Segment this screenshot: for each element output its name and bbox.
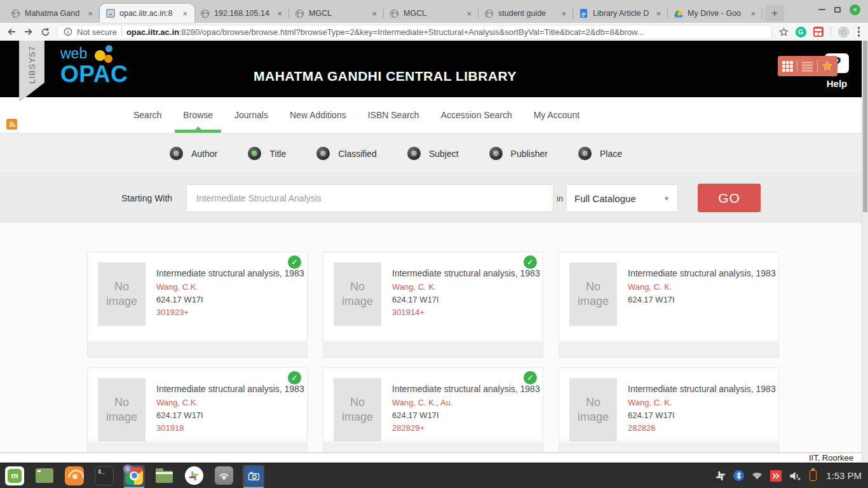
forward-button[interactable]	[24, 27, 34, 37]
nav-item-my-account[interactable]: My Account	[532, 97, 581, 133]
volume-muted-icon[interactable]	[789, 471, 802, 481]
browser-tab[interactable]: opac.iitr.ac.in:8×	[100, 4, 194, 23]
radio-author[interactable]: Author	[170, 147, 217, 160]
bluetooth-icon[interactable]	[733, 470, 744, 481]
mint-menu-icon[interactable]: m	[4, 465, 25, 487]
browser-tab[interactable]: MGCL×	[384, 4, 478, 23]
favorites-star-icon[interactable]	[822, 60, 833, 72]
tab-close-icon[interactable]: ×	[370, 9, 378, 18]
result-title: Intermediate structural analysis, 1983	[628, 384, 768, 394]
restore-button[interactable]	[834, 7, 841, 13]
close-window-button[interactable]: ×	[850, 4, 860, 15]
result-author[interactable]: Wang, C. K.	[628, 398, 768, 407]
table-capture-extension-icon[interactable]	[813, 27, 824, 37]
browser-menu-button[interactable]	[856, 27, 862, 37]
result-author[interactable]: Wang, C.K.	[156, 398, 297, 407]
system-tray	[715, 470, 817, 482]
nav-item-journals[interactable]: Journals	[233, 97, 269, 133]
new-tab-button[interactable]: +	[765, 5, 784, 22]
browser-tab[interactable]: Library Article D×	[573, 4, 668, 23]
tab-close-icon[interactable]: ×	[560, 9, 567, 18]
webopac-logo[interactable]: web OPAC	[60, 46, 128, 86]
lens-extension-icon[interactable]	[838, 27, 849, 37]
no-image-line: No	[586, 280, 600, 294]
no-image-placeholder: Noimage	[569, 378, 617, 442]
result-card[interactable]: NoimageIntermediate structural analysis,…	[87, 252, 308, 358]
screenshot-tool-icon[interactable]	[243, 465, 264, 487]
browser-tab[interactable]: Mahatma Gand×	[5, 4, 100, 23]
wifi-icon[interactable]	[752, 471, 763, 480]
list-view-icon[interactable]	[802, 61, 813, 72]
result-author[interactable]: Wang, C. K.	[628, 282, 768, 292]
go-button[interactable]: GO	[698, 184, 761, 212]
browser-tab[interactable]: MGCL×	[289, 4, 384, 23]
radio-classified[interactable]: Classified	[316, 147, 377, 160]
radio-title[interactable]: Title	[248, 147, 286, 160]
nav-item-browse[interactable]: Browse	[182, 97, 214, 133]
file-manager-icon[interactable]	[153, 465, 175, 487]
tab-title: My Drive - Goo	[688, 9, 745, 18]
bookmark-star-button[interactable]	[779, 27, 789, 37]
tab-close-icon[interactable]: ×	[465, 9, 473, 18]
tab-close-icon[interactable]: ×	[86, 9, 94, 18]
no-image-line: image	[578, 410, 609, 424]
radio-place[interactable]: Place	[578, 147, 622, 160]
slack-tray-icon[interactable]	[715, 471, 726, 481]
no-image-line: No	[350, 280, 365, 294]
back-button[interactable]	[6, 27, 17, 37]
result-card[interactable]: NoimageIntermediate structural analysis,…	[87, 367, 308, 452]
tab-close-icon[interactable]: ×	[181, 9, 189, 18]
result-accession-number[interactable]: 301914+	[392, 308, 532, 317]
help-label: Help	[821, 78, 853, 89]
browser-tab[interactable]: 192.168.105.14×	[194, 4, 289, 23]
nav-item-isbn-search[interactable]: ISBN Search	[367, 97, 421, 133]
taskbar-clock[interactable]: 1:53 PM	[826, 470, 862, 481]
firefox-icon[interactable]	[64, 465, 85, 487]
url-path: :8280/opac/browse/browse.html?browseType…	[179, 27, 644, 37]
tab-close-icon[interactable]: ×	[276, 9, 283, 18]
catalogue-select[interactable]: Full Catalogue ▼	[566, 184, 678, 212]
grid-view-icon[interactable]	[782, 61, 793, 72]
info-icon[interactable]	[64, 27, 72, 36]
show-desktop-icon[interactable]	[34, 465, 55, 487]
result-accession-number[interactable]: 301918	[156, 423, 297, 433]
result-card-body: NoimageIntermediate structural analysis,…	[87, 367, 308, 442]
result-author[interactable]: Wang, C.K.	[156, 282, 297, 292]
browser-tab[interactable]: My Drive - Goo×	[668, 4, 763, 23]
tab-close-icon[interactable]: ×	[654, 9, 662, 18]
grammarly-extension-icon[interactable]: G	[796, 27, 806, 37]
tab-close-icon[interactable]: ×	[749, 9, 757, 18]
radio-publisher[interactable]: Publisher	[489, 147, 548, 160]
no-image-placeholder: Noimage	[98, 378, 146, 442]
terminal-icon[interactable]: $_	[93, 465, 115, 487]
rss-icon[interactable]	[6, 119, 17, 130]
result-card[interactable]: NoimageIntermediate structural analysis,…	[323, 367, 543, 452]
result-card[interactable]: NoimageIntermediate structural analysis,…	[559, 252, 779, 358]
slack-icon[interactable]	[183, 465, 205, 487]
tabs-container: Mahatma Gand×opac.iitr.ac.in:8×192.168.1…	[5, 4, 763, 23]
result-accession-number[interactable]: 282829+	[392, 423, 532, 433]
anydesk-icon[interactable]	[770, 470, 782, 482]
radio-subject[interactable]: Subject	[407, 147, 459, 160]
nav-item-accession-search[interactable]: Accession Search	[440, 97, 513, 133]
result-author[interactable]: Wang, C. K., Au.	[392, 398, 532, 407]
browser-tab[interactable]: student guide×	[478, 4, 573, 23]
result-card[interactable]: NoimageIntermediate structural analysis,…	[323, 252, 543, 358]
nav-item-search[interactable]: Search	[132, 97, 163, 133]
result-accession-number[interactable]: 282826	[628, 423, 768, 433]
browser-toolbar: Not secure opac.iitr.ac.in:8280/opac/bro…	[0, 23, 868, 41]
search-input[interactable]	[186, 184, 553, 212]
address-bar[interactable]: Not secure opac.iitr.ac.in:8280/opac/bro…	[57, 25, 772, 39]
minimize-button[interactable]	[818, 9, 825, 10]
network-settings-icon[interactable]	[213, 465, 234, 487]
search-panel: Starting With in Full Catalogue ▼ GO	[0, 175, 862, 222]
scrollbar-thumb[interactable]	[863, 41, 867, 212]
result-author[interactable]: Wang, C. K.	[392, 282, 532, 292]
nav-item-new-additions[interactable]: New Additions	[288, 97, 348, 133]
result-accession-number[interactable]: 301923+	[156, 308, 297, 317]
chevron-down-icon: ▼	[663, 195, 670, 202]
refresh-button[interactable]	[41, 27, 50, 37]
chrome-icon[interactable]: 6	[123, 465, 145, 487]
result-card[interactable]: NoimageIntermediate structural analysis,…	[559, 367, 779, 452]
battery-icon[interactable]	[810, 470, 817, 481]
